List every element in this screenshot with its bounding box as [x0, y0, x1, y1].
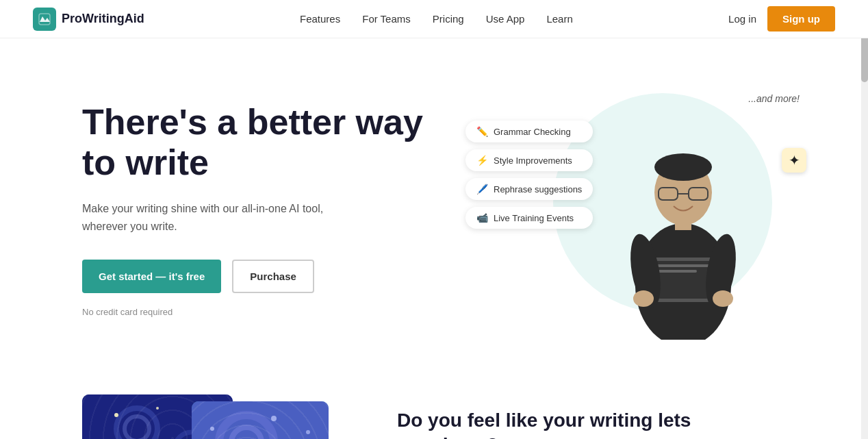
pill-label-3: Live Training Events [494, 213, 574, 223]
get-started-button[interactable]: Get started — it's free [82, 260, 221, 293]
nav-link-for-teams[interactable]: For Teams [362, 13, 411, 25]
nav-link-use-app[interactable]: Use App [486, 13, 525, 25]
section2: My idea in my head Do you feel like your… [0, 367, 868, 439]
hero-right: ...and more! ✦ ✏️ Grammar Checking ⚡ Sty… [438, 79, 813, 340]
hero-buttons: Get started — it's free Purchase [82, 260, 438, 293]
hero-note: No credit card required [82, 307, 438, 317]
nav-link-learn[interactable]: Learn [546, 13, 572, 25]
svg-point-15 [713, 290, 733, 307]
nav-actions: Log in Sign up [728, 6, 835, 32]
svg-rect-0 [39, 14, 50, 25]
svg-rect-11 [656, 270, 697, 273]
section2-left: My idea in my head [82, 394, 356, 439]
svg-point-4 [654, 153, 712, 181]
hero-person-illustration [608, 79, 758, 340]
card-front-swirls [192, 401, 329, 439]
svg-rect-10 [656, 264, 711, 267]
signup-button[interactable]: Sign up [767, 6, 835, 32]
scrollbar-track[interactable] [861, 0, 868, 439]
logo[interactable]: ProWritingAid [33, 8, 144, 31]
image-stack: My idea in my head [82, 394, 356, 439]
feature-pill-2: 🖊️ Rephrase suggestions [465, 178, 593, 200]
logo-text: ProWritingAid [62, 12, 144, 26]
pill-icon-0: ✏️ [476, 126, 488, 137]
purchase-button[interactable]: Purchase [232, 260, 314, 293]
logo-icon [33, 8, 56, 31]
hero-left: There's a better way to write Make your … [82, 102, 438, 318]
pill-icon-1: ⚡ [476, 155, 488, 166]
pill-icon-2: 🖊️ [476, 184, 488, 195]
pill-label-2: Rephrase suggestions [494, 184, 582, 195]
login-button[interactable]: Log in [728, 13, 756, 25]
feature-pill-0: ✏️ Grammar Checking [465, 121, 593, 142]
hero-title: There's a better way to write [82, 102, 438, 184]
navbar: ProWritingAid Features For Teams Pricing… [0, 0, 868, 38]
feature-pills: ✏️ Grammar Checking ⚡ Style Improvements… [465, 121, 593, 229]
section2-title: Do you feel like your writing lets you d… [397, 408, 698, 439]
plus-icon: ✦ [789, 152, 800, 168]
pill-label-1: Style Improvements [494, 155, 572, 166]
section2-right: Do you feel like your writing lets you d… [397, 394, 698, 439]
hero-section: There's a better way to write Make your … [0, 38, 868, 367]
svg-point-14 [633, 290, 654, 307]
hero-subtitle: Make your writing shine with our all-in-… [82, 200, 356, 235]
feature-pill-1: ⚡ Style Improvements [465, 149, 593, 171]
pill-label-0: Grammar Checking [494, 127, 571, 137]
pill-icon-3: 📹 [476, 212, 488, 223]
nav-link-features[interactable]: Features [300, 13, 340, 25]
plus-badge: ✦ [782, 148, 806, 173]
person-svg [615, 93, 752, 340]
nav-link-pricing[interactable]: Pricing [433, 13, 464, 25]
feature-pill-3: 📹 Live Training Events [465, 207, 593, 229]
image-card-front [192, 401, 329, 439]
nav-links: Features For Teams Pricing Use App Learn [300, 13, 573, 25]
